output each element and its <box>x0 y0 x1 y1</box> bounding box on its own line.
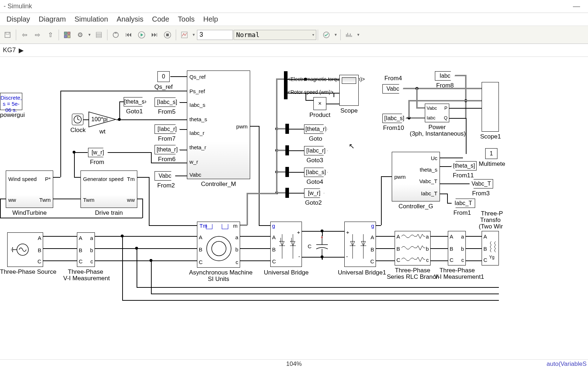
breadcrumb-arrow-icon[interactable]: ▶ <box>19 46 24 54</box>
from1-tag[interactable]: Iabc_T <box>451 199 475 208</box>
model-canvas[interactable]: Discrete, s = 5e-06 s. powergui 0 Qs_ref… <box>0 57 588 359</box>
demux-2[interactable] <box>285 145 289 155</box>
from6-tag[interactable]: [theta_r] <box>155 145 180 154</box>
checkmark-icon[interactable] <box>320 29 332 41</box>
rlc-l2: Series RLC Branch <box>386 273 440 281</box>
wire <box>0 199 1 218</box>
source-block[interactable]: A B C <box>7 232 43 267</box>
step-back-icon[interactable]: ⏮ <box>123 29 135 41</box>
model-explorer-icon[interactable] <box>93 29 105 41</box>
controller-m-block[interactable]: Qs_ref Ps_ref Iabc_s theta_s Iabc_r thet… <box>187 71 250 179</box>
port-label: Vabc <box>427 105 437 111</box>
dropdown-icon[interactable]: ▾ <box>311 33 316 37</box>
from11-tag[interactable]: [theta_s] <box>451 161 477 171</box>
rlc-block[interactable]: A a B b C c <box>395 231 431 265</box>
model-config-icon[interactable]: ⚙ <box>74 29 86 41</box>
from2-tag[interactable]: Vabc <box>155 171 175 181</box>
stop-icon[interactable] <box>161 29 174 41</box>
wire <box>259 225 270 226</box>
menu-tools[interactable]: Tools <box>174 14 199 25</box>
data-inspector-icon[interactable] <box>178 29 190 41</box>
ub1-block[interactable]: g + - A B C <box>270 222 302 267</box>
save-icon[interactable] <box>1 29 14 41</box>
product-block[interactable]: × <box>313 97 326 110</box>
asm-l1: Asynchronous Machine <box>189 269 248 276</box>
scope1-label: Scope1 <box>480 133 500 140</box>
up-icon[interactable]: ⇧ <box>44 29 56 41</box>
scope-block[interactable] <box>339 75 359 106</box>
wire <box>466 260 482 261</box>
goto1-tag[interactable]: [theta_s] <box>124 97 147 106</box>
goto4-tag[interactable]: [Iabc_s] <box>304 168 328 177</box>
svg-rect-4 <box>64 35 67 37</box>
dropdown-icon[interactable]: ▼ <box>356 33 361 37</box>
wire <box>376 248 395 249</box>
goto3-tag[interactable]: [Iabc_r] <box>304 146 328 155</box>
from8-tag[interactable]: Iabc <box>435 71 455 81</box>
wire <box>416 88 418 108</box>
clock-block[interactable] <box>72 114 83 125</box>
wire <box>240 260 270 261</box>
fast-restart-icon[interactable] <box>110 29 122 41</box>
port-label: Twm <box>83 197 95 203</box>
port-label: B <box>371 246 374 253</box>
simulation-mode-select[interactable] <box>234 30 316 40</box>
from3-tag[interactable]: Vabc_T <box>469 179 493 188</box>
powergui-block[interactable]: Discrete, s = 5e-06 s. <box>0 93 22 110</box>
port-label: Iabc_r <box>189 130 205 136</box>
demux-3[interactable] <box>285 167 289 177</box>
menu-code[interactable]: Code <box>148 14 174 25</box>
schedule-icon[interactable] <box>343 29 355 41</box>
dropdown-icon[interactable]: ▼ <box>87 33 92 37</box>
menu-diagram[interactable]: Diagram <box>35 14 70 25</box>
from7-tag[interactable]: [Iabc_r] <box>155 124 180 134</box>
capacitor-block[interactable]: C + <box>308 235 328 263</box>
ub2-block[interactable]: g + - A B C <box>344 222 376 267</box>
port-label: C <box>308 243 312 249</box>
svg-rect-2 <box>64 32 67 34</box>
demux-4[interactable] <box>285 188 289 198</box>
menu-display[interactable]: Display <box>2 14 35 25</box>
menu-help[interactable]: Help <box>199 14 222 25</box>
wire <box>408 100 482 101</box>
controller-g-block[interactable]: Uc theta_s Vabc_T Iabc_T pwm <box>392 152 440 201</box>
transformer-block[interactable]: A B C Yg <box>482 231 499 265</box>
stop-time-input[interactable] <box>197 30 233 40</box>
minimize-icon[interactable]: — <box>569 2 584 10</box>
asm-block[interactable]: Tm m A a B b C c <box>197 222 240 268</box>
back-icon[interactable]: ⇦ <box>18 29 31 41</box>
run-icon[interactable] <box>135 29 148 41</box>
menu-analysis[interactable]: Analysis <box>112 14 148 25</box>
dropdown-icon[interactable]: ▼ <box>333 33 338 37</box>
bus-selector[interactable] <box>284 71 288 99</box>
vi-meas1-block[interactable]: A a B b C c <box>448 231 466 265</box>
forward-icon[interactable]: ⇨ <box>31 29 43 41</box>
goto-theta-r[interactable]: [theta_r] <box>304 124 328 134</box>
wire <box>60 91 187 91</box>
scope1-block[interactable] <box>482 82 499 132</box>
vi-meas1-l1: Three-Phase <box>439 267 475 274</box>
from-wr-tag[interactable]: [w_r] <box>88 148 107 157</box>
step-forward-icon[interactable]: ⏭ <box>148 29 161 41</box>
breadcrumb-model[interactable]: KG7 <box>3 46 16 54</box>
wire <box>431 236 448 237</box>
from10-tag[interactable]: [Iabc_s] <box>382 114 406 123</box>
library-browser-icon[interactable] <box>61 29 73 41</box>
power-block[interactable]: Vabc Iabc P Q <box>425 104 449 122</box>
menu-simulation[interactable]: Simulation <box>70 14 112 25</box>
gain-wt[interactable]: 100*pi <box>88 112 116 129</box>
wire <box>440 158 463 158</box>
dropdown-icon[interactable]: ▼ <box>191 33 196 37</box>
clock-label: Clock <box>70 127 86 134</box>
port-label: P <box>444 105 447 111</box>
wire <box>180 129 187 130</box>
multimeter-const[interactable]: 1 <box>485 148 497 159</box>
drivetrain-block[interactable]: Generator speed Tm Twm ww <box>81 171 137 208</box>
windturbine-block[interactable]: Wind speed P* ww Twm <box>6 171 53 208</box>
demux-1[interactable] <box>285 124 289 134</box>
from5-tag[interactable]: [Iabc_s] <box>155 97 180 107</box>
vi-meas-block[interactable]: A a B b C c <box>77 232 95 267</box>
goto2-tag[interactable]: [w_r] <box>304 188 324 198</box>
vabc-tag[interactable]: Vabc <box>382 84 403 94</box>
constant-qs-ref[interactable]: 0 <box>157 71 170 82</box>
